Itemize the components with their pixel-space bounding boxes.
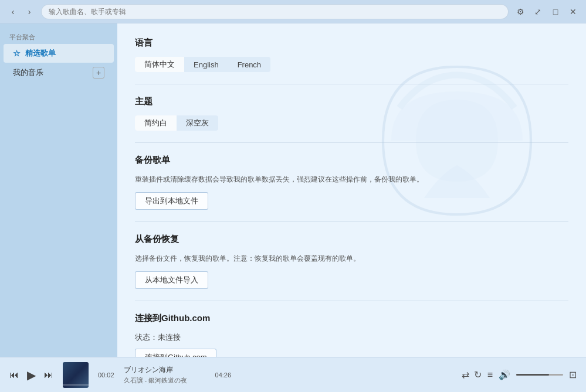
divider-4 [135,301,568,301]
sidebar: 平台聚合 ☆ 精选歌单 我的音乐 + [0,23,117,357]
lang-tab-french[interactable]: French [228,57,270,72]
nav-controls: ‹ › [6,5,36,19]
divider-2 [135,142,568,143]
restore-section-title: 从备份恢复 [135,234,568,245]
search-input[interactable] [41,4,509,19]
export-button[interactable]: 导出到本地文件 [135,192,208,210]
divider-3 [135,221,568,222]
lang-tab-english[interactable]: English [184,57,228,72]
add-playlist-button[interactable]: + [93,67,104,79]
nav-forward-button[interactable]: › [22,5,36,19]
fullscreen-button[interactable]: □ [548,5,563,19]
nav-back-button[interactable]: ‹ [6,5,20,19]
repeat-button[interactable]: ↻ [474,369,482,380]
next-button[interactable]: ⏭ [44,370,53,380]
player-time: 00:02 [98,371,114,379]
github-section-title: 连接到Github.com [135,313,568,324]
settings-icon-button[interactable]: ⚙ [513,5,527,19]
queue-button[interactable]: ≡ [487,370,493,380]
restore-description: 选择备份文件，恢复我的歌单。注意：恢复我的歌单会覆盖现有的歌单。 [135,253,568,264]
current-time: 00:02 [98,371,114,379]
featured-playlists-label: 精选歌单 [25,48,56,59]
lang-tab-chinese[interactable]: 简体中文 [135,57,184,72]
volume-button[interactable]: 🔊 [499,369,510,380]
player-bar: ⏮ ▶ ⏭ 00:02 ブリオシン海岸 久石譲 - 銀河鉄道の夜 04:26 ⇄… [0,357,586,392]
previous-button[interactable]: ⏮ [9,370,19,380]
github-status: 状态：未连接 [135,332,568,343]
total-time-display: 04:26 [215,371,232,379]
language-tabs: 简体中文 English French [135,57,270,72]
extra-icons: ⇄ ↻ [462,369,482,380]
download-button[interactable]: ⊡ [569,369,577,380]
track-info: ブリオシン海岸 久石譲 - 銀河鉄道の夜 [124,365,206,385]
star-icon: ☆ [13,49,21,58]
backup-description: 重装插件或清除缓存数据会导致我的歌单数据丢失，强烈建议在这些操作前，备份我的歌单… [135,174,568,185]
platform-section-label: 平台聚合 [0,29,117,44]
settings-inner: 语言 简体中文 English French 主题 简约白 深空灰 备份歌单 重… [135,38,568,357]
close-button[interactable]: ✕ [566,5,580,19]
language-section-title: 语言 [135,38,568,49]
connect-github-button[interactable]: 连接到Github.com [135,349,216,357]
track-artist: 久石譲 - 銀河鉄道の夜 [124,376,206,385]
volume-fill [516,374,549,376]
window-actions: ⚙ ⤢ □ ✕ [513,5,580,19]
sidebar-item-featured-playlists[interactable]: ☆ 精选歌单 [4,44,114,63]
titlebar: ‹ › ⚙ ⤢ □ ✕ [0,0,586,23]
theme-tabs: 简约白 深空灰 [135,115,218,131]
main-layout: 平台聚合 ☆ 精选歌单 我的音乐 + 语言 简体中文 English Frenc… [0,23,586,357]
settings-content: 语言 简体中文 English French 主题 简约白 深空灰 备份歌单 重… [117,23,586,357]
theme-tab-dark[interactable]: 深空灰 [177,115,218,131]
theme-tab-white[interactable]: 简约白 [135,115,177,131]
total-time: 04:26 [215,371,232,379]
volume-slider[interactable] [516,374,563,376]
expand-button[interactable]: ⤢ [531,5,545,19]
sidebar-item-my-music[interactable]: 我的音乐 + [4,63,114,83]
play-button[interactable]: ▶ [27,368,36,382]
shuffle-button[interactable]: ⇄ [462,369,469,380]
track-title: ブリオシン海岸 [124,365,206,375]
my-music-label: 我的音乐 [13,67,43,78]
player-controls: ⏮ ▶ ⏭ [9,368,53,382]
player-right-controls: ⇄ ↻ ≡ 🔊 ⊡ [462,369,577,380]
theme-section-title: 主题 [135,96,568,107]
album-art [63,362,89,388]
import-button[interactable]: 从本地文件导入 [135,271,208,289]
backup-section-title: 备份歌单 [135,155,568,166]
divider-1 [135,84,568,84]
